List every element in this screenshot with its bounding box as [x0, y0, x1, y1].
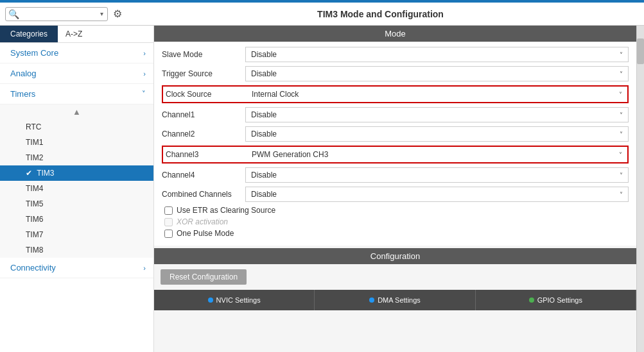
main-content: Mode Slave Mode Disable ˅ Trigger Source… [154, 26, 636, 352]
chevron-right-icon: › [143, 49, 146, 57]
combined-channels-select[interactable]: Disable ˅ [245, 187, 629, 202]
slave-mode-row: Slave Mode Disable ˅ [162, 47, 629, 62]
sidebar-subitem-tim8[interactable]: TIM8 [0, 242, 153, 258]
use-etr-label: Use ETR as Clearing Source [177, 206, 275, 215]
xor-activation-row: XOR activation [162, 217, 629, 226]
tab-gpio-label: GPIO Settings [537, 296, 582, 304]
sidebar-subitem-tim5[interactable]: TIM5 [0, 196, 153, 212]
channel3-row: Channel3 PWM Generation CH3 ˅ [162, 146, 629, 163]
clock-source-select[interactable]: Internal Clock ˅ [247, 87, 627, 102]
category-tabs: Categories A->Z [0, 26, 153, 43]
channel4-select[interactable]: Disable ˅ [245, 167, 629, 183]
trigger-source-value: Disable [251, 69, 277, 78]
dropdown-arrow-icon: ˅ [620, 172, 623, 179]
sidebar-item-label: Analog [10, 69, 36, 78]
sidebar-item-connectivity[interactable]: Connectivity › [0, 258, 153, 278]
sidebar-subitem-tim2[interactable]: TIM2 [0, 150, 153, 165]
sidebar-subitem-tim3[interactable]: ✔ TIM3 [0, 165, 153, 181]
clock-source-label: Clock Source [163, 90, 247, 99]
clock-source-row: Clock Source Internal Clock ˅ [162, 85, 629, 103]
channel1-select[interactable]: Disable ˅ [245, 107, 629, 122]
channel4-label: Channel4 [162, 171, 245, 180]
use-etr-checkbox[interactable] [164, 206, 173, 215]
tab-dma[interactable]: DMA Settings [315, 290, 475, 310]
dropdown-arrow-icon: ˅ [620, 71, 623, 78]
dropdown-arrow-icon: ˅ [619, 91, 622, 98]
slave-mode-value: Disable [251, 50, 277, 59]
scrollbar[interactable] [636, 26, 644, 352]
trigger-source-select[interactable]: Disable ˅ [245, 66, 629, 81]
bottom-tabs: NVIC Settings DMA Settings GPIO Settings [154, 290, 636, 310]
page-title: TIM3 Mode and Configuration [122, 9, 639, 19]
combined-channels-label: Combined Channels [162, 190, 245, 199]
tab-az[interactable]: A->Z [58, 26, 90, 42]
channel2-label: Channel2 [162, 130, 245, 138]
sidebar-subitem-tim6[interactable]: TIM6 [0, 212, 153, 227]
sidebar: Categories A->Z System Core › Analog › T… [0, 26, 154, 352]
xor-activation-label: XOR activation [177, 217, 228, 226]
search-icon: 🔍 [8, 9, 19, 19]
tab-categories[interactable]: Categories [0, 26, 58, 42]
tab-gpio[interactable]: GPIO Settings [476, 290, 636, 310]
dot-nvic [208, 298, 213, 303]
channel1-value: Disable [251, 110, 277, 119]
slave-mode-label: Slave Mode [162, 50, 245, 59]
channel4-row: Channel4 Disable ˅ [162, 167, 629, 183]
mode-section: Slave Mode Disable ˅ Trigger Source Disa… [154, 42, 636, 246]
sidebar-item-timers[interactable]: Timers ˅ [0, 84, 153, 105]
content-with-scroll: Mode Slave Mode Disable ˅ Trigger Source… [154, 26, 644, 352]
channel1-label: Channel1 [162, 110, 245, 119]
chevron-right-icon: › [143, 264, 146, 272]
dropdown-arrow-icon: ˅ [619, 151, 622, 158]
tab-dma-label: DMA Settings [378, 296, 421, 304]
dot-dma [369, 298, 374, 303]
trigger-source-row: Trigger Source Disable ˅ [162, 66, 629, 81]
sidebar-item-system-core[interactable]: System Core › [0, 43, 153, 63]
channel3-label: Channel3 [163, 150, 247, 159]
sidebar-subitem-rtc[interactable]: RTC [0, 119, 153, 135]
sidebar-item-label: System Core [10, 48, 58, 58]
tab-nvic[interactable]: NVIC Settings [154, 290, 315, 310]
chevron-right-icon: › [143, 70, 146, 78]
dropdown-arrow-icon: ˅ [620, 131, 623, 138]
sidebar-subitem-tim4[interactable]: TIM4 [0, 181, 153, 196]
configuration-header: Configuration [154, 248, 636, 264]
slave-mode-select[interactable]: Disable ˅ [245, 47, 629, 62]
one-pulse-row: One Pulse Mode [162, 229, 629, 238]
configuration-section: Configuration Reset Configuration NVIC S… [154, 248, 636, 310]
tab-nvic-label: NVIC Settings [216, 296, 261, 304]
channel2-value: Disable [251, 130, 277, 138]
dot-gpio [529, 298, 534, 303]
top-bar: 🔍 ▾ ⚙ TIM3 Mode and Configuration [0, 3, 644, 26]
chevron-down-icon: ˅ [142, 90, 146, 98]
sidebar-item-analog[interactable]: Analog › [0, 63, 153, 84]
sidebar-subitem-label: TIM3 [37, 169, 54, 178]
channel3-select[interactable]: PWM Generation CH3 ˅ [247, 147, 627, 162]
sidebar-item-label: Timers [10, 89, 35, 99]
settings-icon[interactable]: ⚙ [113, 8, 122, 20]
mode-section-header: Mode [154, 26, 636, 42]
combined-channels-row: Combined Channels Disable ˅ [162, 187, 629, 202]
trigger-source-label: Trigger Source [162, 69, 245, 78]
combined-channels-value: Disable [251, 190, 277, 199]
reset-configuration-button[interactable]: Reset Configuration [161, 269, 247, 285]
channel2-row: Channel2 Disable ˅ [162, 126, 629, 142]
main-layout: Categories A->Z System Core › Analog › T… [0, 26, 644, 352]
dropdown-arrow-icon: ˅ [620, 112, 623, 119]
channel4-value: Disable [251, 171, 277, 180]
scroll-up-indicator[interactable]: ▲ [0, 105, 153, 119]
channel1-row: Channel1 Disable ˅ [162, 107, 629, 122]
search-dropdown-icon[interactable]: ▾ [100, 10, 103, 17]
channel2-select[interactable]: Disable ˅ [245, 126, 629, 142]
dropdown-arrow-icon: ˅ [620, 191, 623, 198]
timers-subgroup: ▲ RTC TIM1 TIM2 ✔ TIM3 TIM4 TIM5 TIM6 TI… [0, 105, 153, 258]
sidebar-subitem-tim1[interactable]: TIM1 [0, 135, 153, 150]
sidebar-subitem-tim7[interactable]: TIM7 [0, 227, 153, 242]
search-box[interactable]: 🔍 ▾ [5, 7, 108, 21]
search-input[interactable] [22, 10, 99, 19]
one-pulse-label: One Pulse Mode [177, 229, 234, 238]
xor-activation-checkbox[interactable] [164, 218, 173, 226]
dropdown-arrow-icon: ˅ [620, 51, 623, 58]
one-pulse-checkbox[interactable] [164, 230, 173, 238]
check-icon: ✔ [26, 169, 32, 178]
